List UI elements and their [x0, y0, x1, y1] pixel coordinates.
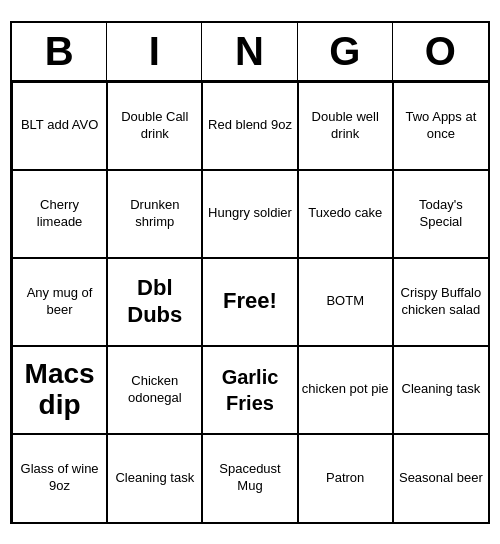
bingo-cell-0[interactable]: BLT add AVO — [12, 82, 107, 170]
bingo-cell-9[interactable]: Today's Special — [393, 170, 488, 258]
bingo-cell-22[interactable]: Spacedust Mug — [202, 434, 297, 522]
bingo-cell-23[interactable]: Patron — [298, 434, 393, 522]
bingo-cell-14[interactable]: Crispy Buffalo chicken salad — [393, 258, 488, 346]
bingo-cell-7[interactable]: Hungry soldier — [202, 170, 297, 258]
bingo-cell-1[interactable]: Double Call drink — [107, 82, 202, 170]
bingo-cell-3[interactable]: Double well drink — [298, 82, 393, 170]
bingo-cell-21[interactable]: Cleaning task — [107, 434, 202, 522]
bingo-grid: BLT add AVODouble Call drinkRed blend 9o… — [12, 82, 488, 522]
bingo-letter-n: N — [202, 23, 297, 80]
bingo-card: BINGO BLT add AVODouble Call drinkRed bl… — [10, 21, 490, 524]
bingo-cell-18[interactable]: chicken pot pie — [298, 346, 393, 434]
bingo-cell-13[interactable]: BOTM — [298, 258, 393, 346]
bingo-cell-11[interactable]: Dbl Dubs — [107, 258, 202, 346]
bingo-letter-i: I — [107, 23, 202, 80]
bingo-cell-16[interactable]: Chicken odonegal — [107, 346, 202, 434]
bingo-letter-o: O — [393, 23, 488, 80]
bingo-cell-10[interactable]: Any mug of beer — [12, 258, 107, 346]
bingo-cell-5[interactable]: Cherry limeade — [12, 170, 107, 258]
bingo-cell-6[interactable]: Drunken shrimp — [107, 170, 202, 258]
bingo-cell-17[interactable]: Garlic Fries — [202, 346, 297, 434]
bingo-cell-8[interactable]: Tuxedo cake — [298, 170, 393, 258]
bingo-cell-20[interactable]: Glass of wine 9oz — [12, 434, 107, 522]
bingo-letter-g: G — [298, 23, 393, 80]
bingo-cell-19[interactable]: Cleaning task — [393, 346, 488, 434]
bingo-header: BINGO — [12, 23, 488, 82]
bingo-cell-24[interactable]: Seasonal beer — [393, 434, 488, 522]
bingo-cell-4[interactable]: Two Apps at once — [393, 82, 488, 170]
bingo-letter-b: B — [12, 23, 107, 80]
bingo-cell-2[interactable]: Red blend 9oz — [202, 82, 297, 170]
bingo-cell-12[interactable]: Free! — [202, 258, 297, 346]
bingo-cell-15[interactable]: Macs dip — [12, 346, 107, 434]
